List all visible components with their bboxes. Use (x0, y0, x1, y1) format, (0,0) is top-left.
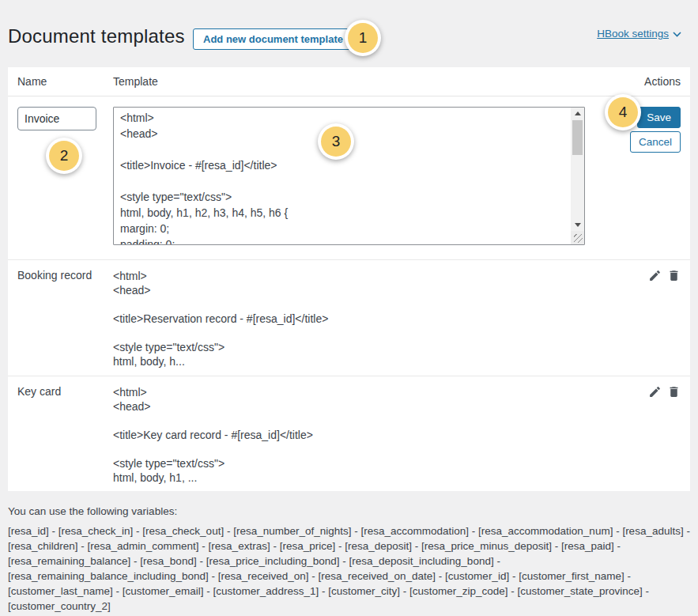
column-header-name: Name (17, 75, 47, 88)
scrollbar-thumb[interactable] (572, 120, 583, 155)
pencil-icon (648, 269, 662, 282)
column-header-template: Template (113, 75, 158, 88)
scrollbar-up-arrow-icon[interactable] (575, 111, 581, 115)
variables-list: [resa_id] - [resa_check_in] - [resa_chec… (8, 523, 691, 614)
column-header-actions: Actions (644, 75, 681, 88)
annotation-badge-2: 2 (46, 138, 82, 174)
editor-scrollbar[interactable] (571, 108, 584, 231)
save-button[interactable]: Save (637, 107, 681, 128)
row-actions (648, 385, 681, 399)
template-name: Key card (17, 385, 61, 398)
table-row: Key card <html> <head> <title>Key card r… (8, 376, 690, 491)
annotation-number: 2 (49, 141, 79, 171)
template-name-input[interactable] (17, 107, 96, 130)
table-header-row: Name Template Actions (8, 67, 690, 96)
annotation-number: 1 (348, 23, 378, 53)
hbook-settings-label: HBook settings (597, 28, 669, 40)
hbook-settings-link[interactable]: HBook settings (597, 28, 681, 40)
pencil-icon (648, 385, 662, 399)
row-actions (648, 269, 681, 282)
template-preview: <html> <head> <title>Reservation record … (113, 269, 328, 368)
chevron-down-icon (673, 32, 681, 37)
table-row-editing: Save Cancel (8, 97, 690, 259)
template-name: Booking record (17, 269, 92, 282)
trash-icon (667, 269, 681, 282)
scrollbar-down-arrow-icon[interactable] (575, 223, 581, 227)
annotation-badge-1: 1 (345, 20, 381, 56)
annotation-badge-3: 3 (318, 123, 354, 160)
annotation-badge-4: 4 (605, 94, 641, 130)
delete-button[interactable] (667, 385, 681, 399)
delete-button[interactable] (667, 269, 681, 282)
annotation-number: 3 (321, 127, 351, 157)
textarea-resize-grip[interactable] (571, 231, 584, 244)
edit-button[interactable] (648, 269, 662, 282)
edit-button[interactable] (648, 385, 662, 399)
template-preview: <html> <head> <title>Key card record - #… (113, 385, 313, 485)
variables-help: You can use the following variables: [re… (8, 504, 691, 614)
page-title: Document templates (8, 25, 185, 47)
table-row: Booking record <html> <head> <title>Rese… (8, 259, 690, 375)
template-editor (113, 107, 585, 245)
variables-help-intro: You can use the following variables: (8, 504, 691, 519)
cancel-button[interactable]: Cancel (630, 131, 681, 153)
trash-icon (667, 385, 681, 399)
annotation-number: 4 (608, 97, 638, 127)
add-new-document-template-button[interactable]: Add new document template (193, 28, 353, 50)
document-templates-page: Document templates Add new document temp… (0, 0, 698, 616)
